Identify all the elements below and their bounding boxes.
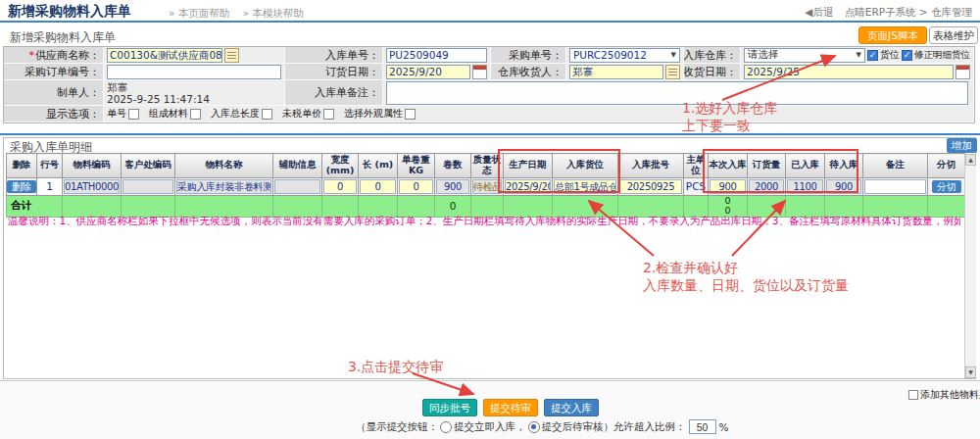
breadcrumb: 点晴ERP子系统 > 仓库管理 bbox=[845, 6, 972, 18]
help-page-link[interactable]: » 本页面帮助 bbox=[169, 7, 229, 19]
radio-immediate-label: 提交立即入库， bbox=[454, 420, 526, 434]
maker-cell: 郑寨 2025-9-25 11:47:14 bbox=[104, 80, 285, 106]
col-delete: 删除 bbox=[7, 154, 37, 178]
cell-width-input[interactable]: 0 bbox=[323, 179, 357, 194]
warehouse-label: *入库仓库： bbox=[684, 47, 741, 64]
section-divider bbox=[0, 133, 980, 135]
option-label: 单号 bbox=[107, 107, 126, 121]
cell-prod-date-input[interactable]: 2025/9/20 17 bbox=[505, 179, 551, 194]
delete-row-button[interactable]: 删除 bbox=[7, 180, 36, 193]
submit-review-button[interactable]: 提交待审 bbox=[483, 399, 538, 416]
cell-remark-input[interactable] bbox=[864, 179, 926, 194]
cell-qty-in-input[interactable]: 900 bbox=[710, 179, 746, 194]
option-total-length-checkbox[interactable] bbox=[262, 109, 272, 120]
cell-qty-order: 2000 bbox=[749, 179, 784, 194]
col-split: 分切 bbox=[928, 154, 965, 178]
col-remark: 备注 bbox=[863, 154, 928, 178]
ratio-input[interactable] bbox=[689, 419, 716, 434]
cell-batch-no-input[interactable]: 20250925 bbox=[619, 179, 682, 194]
lookup-icon[interactable] bbox=[224, 48, 239, 63]
detail-footnote: 温馨说明：1、供应商名称栏如果下拉框中无候选项，则表示当前没有需要入库的采购订单… bbox=[8, 215, 960, 228]
js-script-button[interactable]: 页面JS脚本 bbox=[858, 26, 927, 44]
form-section-title: 新增采购物料入库单 bbox=[10, 29, 116, 46]
receiver-label: 仓库收货人： bbox=[491, 64, 566, 80]
submit-in-button[interactable]: 提交入库 bbox=[544, 399, 599, 416]
check-icon: ✓ bbox=[869, 51, 877, 60]
options-prefix: （显示提交按钮： bbox=[356, 420, 438, 434]
col-customer-code: 客户处编码 bbox=[122, 154, 175, 178]
calendar-icon[interactable] bbox=[472, 65, 487, 79]
annotation-step2: 2.检查并确认好 入库数量、日期、货位以及订货量 bbox=[643, 259, 849, 294]
cell-quality-status: 待检品 bbox=[472, 179, 502, 194]
cell-length-input[interactable]: 0 bbox=[360, 179, 396, 194]
scroll-down-icon[interactable]: ▼ bbox=[965, 366, 976, 378]
page: 新增采购物料入库单 » 本页面帮助 » 本模块帮助 ◀后退 点晴ERP子系统 >… bbox=[0, 0, 980, 439]
header-divider bbox=[0, 21, 980, 23]
maker-label: 制单人： bbox=[4, 80, 104, 106]
purchase-label: 采购单号： bbox=[491, 47, 566, 64]
option-appearance-checkbox[interactable] bbox=[405, 109, 416, 120]
option-label: 入库总长度 bbox=[211, 107, 260, 121]
detail-header-row: 删除 行号 物料编码 客户处编码 物料名称 辅助信息 宽度 (mm) 长 (m)… bbox=[7, 154, 965, 178]
cell-location-input[interactable]: 总部1号成品仓 bbox=[554, 179, 616, 194]
col-length: 长 (m) bbox=[359, 154, 398, 178]
ratio-label: 允许超入比例： bbox=[613, 420, 686, 434]
warehouse-select[interactable]: 请选择 ▼ bbox=[744, 48, 865, 63]
order-date-input[interactable]: 2025/9/20 bbox=[386, 65, 470, 79]
footer-buttons: 同步批号 提交待审 提交入库 bbox=[422, 399, 605, 416]
submit-options-line: （显示提交按钮： 提交立即入库， 提交后待审核） 允许超入比例： % bbox=[356, 419, 728, 434]
detail-scrollbar[interactable]: ▲ ▼ bbox=[964, 154, 976, 378]
chevron-down-icon: ▼ bbox=[857, 51, 861, 59]
col-material-name: 物料名称 bbox=[175, 154, 273, 178]
col-qty-todo: 待入库 bbox=[825, 154, 863, 178]
required-mark: * bbox=[29, 49, 35, 62]
chevron-down-icon: ▼ bbox=[671, 51, 676, 59]
submit-mode-radio-immediate[interactable] bbox=[440, 421, 452, 433]
remark-label: 入库单备注： bbox=[285, 80, 383, 106]
cell-unit: PCS bbox=[684, 177, 709, 195]
option-price-checkbox[interactable] bbox=[323, 109, 334, 120]
cell-aux-info bbox=[274, 179, 320, 194]
lookup-icon[interactable] bbox=[665, 65, 680, 79]
split-button[interactable]: 分切 bbox=[932, 180, 961, 193]
col-width: 宽度 (mm) bbox=[322, 154, 359, 178]
sync-batch-button[interactable]: 同步批号 bbox=[422, 399, 477, 416]
option-materials-checkbox[interactable] bbox=[190, 109, 201, 120]
col-location: 入库货位 bbox=[553, 154, 618, 178]
detail-table: 删除 行号 物料编码 客户处编码 物料名称 辅助信息 宽度 (mm) 长 (m)… bbox=[6, 153, 965, 218]
scroll-up-icon[interactable]: ▲ bbox=[965, 154, 976, 166]
receive-date-input[interactable]: 2025/9/25 bbox=[744, 65, 954, 79]
cell-material-name: 采购入库封装非卷料测试 bbox=[176, 179, 271, 194]
col-material-code: 物料编码 bbox=[63, 154, 122, 178]
location-checkbox[interactable]: ✓ bbox=[867, 50, 878, 61]
table-maintain-button[interactable]: 表格维护 bbox=[929, 26, 978, 44]
receiver-cell: 郑寨 bbox=[566, 64, 684, 80]
cell-roll-weight-input[interactable]: 0 bbox=[399, 179, 433, 194]
cell-qty-done: 1100 bbox=[787, 179, 823, 194]
receivedate-label: 收货日期： bbox=[684, 64, 741, 80]
inorder-input[interactable]: PU2509049 bbox=[386, 48, 487, 63]
option-label: 未税单价 bbox=[282, 107, 321, 121]
col-qty-done: 已入库 bbox=[786, 154, 825, 178]
option-danhao-checkbox[interactable] bbox=[128, 109, 139, 120]
remark-textarea[interactable] bbox=[386, 81, 968, 105]
back-link[interactable]: ◀后退 bbox=[805, 6, 833, 18]
location-checkbox-label: 货位 bbox=[880, 48, 900, 62]
fix-location-checkbox-label: 修正明细货位 bbox=[914, 49, 970, 62]
top-nav: ◀后退 点晴ERP子系统 > 仓库管理 bbox=[797, 6, 972, 20]
col-line-no: 行号 bbox=[37, 154, 63, 178]
col-batch-no: 入库批号 bbox=[618, 154, 684, 178]
supplier-input[interactable]: C00130&测试供应商0818 bbox=[107, 48, 222, 63]
calendar-icon[interactable] bbox=[956, 65, 970, 79]
add-row-button[interactable]: 增加 bbox=[947, 138, 977, 153]
annotation-step1: 1.选好入库仓库 上下要一致 bbox=[682, 99, 777, 134]
maker-name: 郑寨 bbox=[107, 81, 210, 93]
add-other-checkbox[interactable] bbox=[908, 390, 918, 400]
po-input[interactable] bbox=[107, 65, 281, 79]
receiver-input[interactable]: 郑寨 bbox=[569, 65, 663, 79]
submit-mode-radio-review[interactable] bbox=[528, 421, 540, 433]
fix-location-checkbox[interactable]: ✓ bbox=[902, 50, 912, 61]
help-module-link[interactable]: » 本模块帮助 bbox=[243, 7, 304, 19]
purchase-order-select[interactable]: PURC2509012 ▼ bbox=[569, 48, 680, 63]
purchase-cell: PURC2509012 ▼ bbox=[566, 47, 684, 64]
